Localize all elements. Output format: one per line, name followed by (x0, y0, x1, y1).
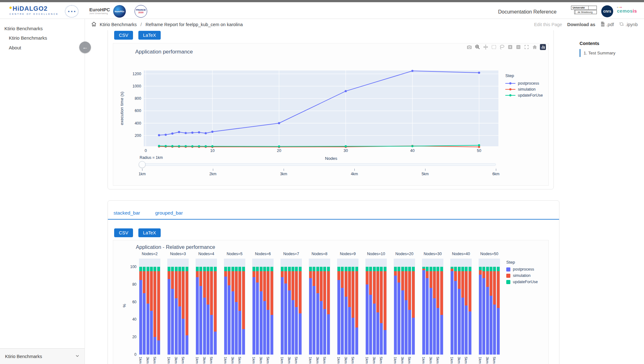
toc-item[interactable]: 1. Test Summary (580, 49, 644, 57)
download-pdf-link[interactable]: PDF .pdf (600, 21, 614, 28)
bar-segment-postprocess (451, 271, 453, 355)
slider-tick-label[interactable]: 3km (280, 172, 287, 176)
bar-segment-simulation (461, 271, 464, 298)
radius-slider-rail[interactable] (142, 163, 496, 166)
zoom-in-icon[interactable] (507, 44, 513, 50)
legend-item-simulation[interactable]: simulation (518, 87, 536, 92)
bar-segment-updateForUse (228, 267, 230, 271)
stacked-bar-Nodes=9-3km (345, 259, 347, 355)
plotly-logo-icon[interactable] (540, 44, 546, 50)
facet-title: Nodes=9 (337, 252, 358, 256)
edit-page-link[interactable]: Edit this Page (534, 22, 562, 27)
bar-segment-updateForUse (454, 267, 457, 271)
bar-segment-postprocess (366, 284, 369, 355)
box-select-icon[interactable] (491, 44, 497, 50)
lasso-icon[interactable] (499, 44, 505, 50)
breadcrumb-link[interactable]: Ktirio Benchmarks (100, 22, 137, 27)
x-tick-label: 1km (478, 357, 482, 364)
x-tick-label: 5km (209, 357, 213, 364)
download-ipynb-link[interactable]: .ipynb (619, 21, 638, 28)
plotly-modebar (466, 44, 546, 50)
stacked-bar-Nodes=6-6km (270, 259, 273, 355)
export-latex-button[interactable]: LaTeX (138, 31, 161, 40)
svg-text:600: 600 (135, 109, 141, 113)
bar-segment-updateForUse (256, 267, 259, 271)
bar-segment-postprocess (454, 281, 457, 355)
legend-item-postprocess[interactable]: postprocess (506, 267, 538, 272)
stacked-bar-Nodes=40-6km (469, 259, 471, 355)
home-icon[interactable] (91, 21, 97, 28)
bar-segment-postprocess (291, 300, 294, 355)
bar-segment-updateForUse (320, 267, 323, 271)
zoom-icon[interactable] (475, 44, 480, 50)
x-tick-label: 1km (167, 357, 171, 364)
eurohpc-logo: EuroHPC Joint Undertaking (89, 7, 110, 14)
bar-segment-updateForUse (207, 267, 209, 271)
bar-segment-simulation (352, 271, 354, 318)
facet-plot (280, 259, 302, 355)
radius-slider-handle[interactable] (139, 161, 146, 168)
legend-item-updateForUse[interactable]: updateForUse (506, 280, 538, 284)
sidebar-item-ktirio-benchmarks-parent[interactable]: Ktirio Benchmarks (0, 24, 85, 33)
facet-plot (196, 259, 217, 355)
legend-item-simulation[interactable]: simulation (506, 273, 538, 278)
tab-stacked_bar[interactable]: stacked_bar (114, 210, 140, 216)
slider-tick-label[interactable]: 5km (422, 172, 429, 176)
pan-icon[interactable] (483, 44, 489, 50)
topbar-actions: Edit this Page Download as PDF .pdf .ipy… (534, 21, 638, 28)
slider-tick-label[interactable]: 1km (139, 172, 146, 176)
sidebar-collapse-button[interactable]: ← (79, 42, 91, 53)
relative-performance-figure: Application - Relative performance % Ste… (113, 240, 549, 364)
bar-segment-postprocess (394, 276, 397, 355)
bar-segment-simulation (327, 271, 330, 314)
breadcrumb: Ktirio Benchmarks / Reframe Report for f… (91, 21, 243, 28)
slider-tick-label[interactable]: 6km (492, 172, 500, 176)
bar-segment-simulation (299, 271, 302, 313)
legend-item-updateForUse[interactable]: updateForUse (518, 93, 543, 98)
bar-segment-updateForUse (182, 267, 185, 271)
stacked-bar-Nodes=20-3km (401, 259, 404, 355)
slider-tick-label[interactable]: 4km (351, 172, 358, 176)
zoom-out-icon[interactable] (515, 44, 521, 50)
sidebar-version-select[interactable]: Ktirio Benchmarks (0, 348, 85, 364)
sidebar-item-about[interactable]: About (0, 43, 85, 53)
hidalgo2-logo[interactable]: HiDALGO2 CENTRE OF EXCELLENCE (9, 5, 59, 15)
bar-segment-postprocess (157, 340, 160, 355)
y-axis-title-2: % (122, 304, 127, 308)
export2-csv-button[interactable]: CSV (114, 228, 133, 237)
legend-item-postprocess[interactable]: postprocess (518, 81, 539, 86)
stacked-bar-Nodes=40-3km (458, 259, 461, 355)
autoscale-icon[interactable] (524, 44, 530, 50)
camera-icon[interactable] (466, 44, 472, 50)
stacked-bar-Nodes=7-5km (295, 259, 298, 355)
stacked-bar-Nodes=5-3km (231, 259, 234, 355)
export-csv-button[interactable]: CSV (114, 31, 133, 40)
bar-segment-postprocess (345, 297, 347, 355)
reset-axes-icon[interactable] (532, 44, 538, 50)
bar-segment-postprocess (327, 314, 330, 355)
bar-segment-simulation (320, 271, 323, 301)
bar-segment-updateForUse (345, 267, 347, 271)
facet-title: Nodes=2 (139, 252, 160, 256)
bar-segment-simulation (242, 271, 245, 329)
bar-segment-simulation (150, 271, 153, 311)
bar-segment-updateForUse (458, 267, 461, 271)
svg-text:0: 0 (145, 148, 147, 153)
sidebar-item-ktirio-benchmarks[interactable]: Ktirio Benchmarks (0, 33, 85, 43)
stacked-bar-Nodes=20-1km (394, 259, 397, 355)
stacked-bar-Nodes=10-3km (373, 259, 376, 355)
bar-segment-postprocess (341, 288, 344, 355)
stacked-bar-Nodes=7-2km (284, 259, 287, 355)
bar-segment-updateForUse (486, 267, 489, 271)
bar-segment-postprocess (299, 313, 302, 355)
y-tick-label: 20 (126, 335, 136, 339)
bar-segment-postprocess (224, 277, 227, 355)
slider-tick (213, 169, 213, 171)
slider-tick-label[interactable]: 2km (209, 172, 217, 176)
stacked-bar-Nodes=6-4km (263, 259, 266, 355)
tab-grouped_bar[interactable]: grouped_bar (155, 210, 183, 216)
bar-segment-updateForUse (316, 267, 319, 271)
slider-tick (354, 169, 355, 171)
export2-latex-button[interactable]: LaTeX (138, 228, 161, 237)
stacked-bar-Nodes=4-6km (214, 259, 217, 355)
